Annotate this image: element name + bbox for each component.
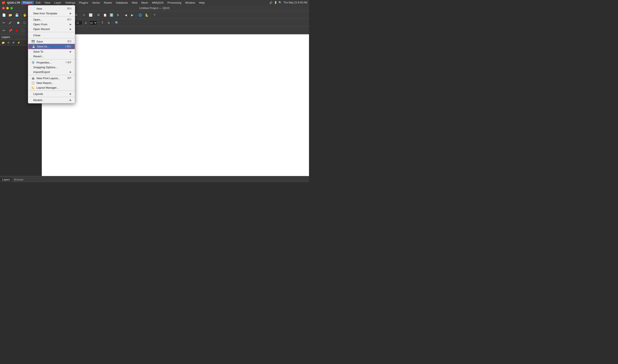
tab-browser[interactable]: Browser	[12, 178, 26, 182]
menu-item-open-from-label: Open From	[33, 23, 47, 26]
menu-project[interactable]: Project	[22, 1, 33, 4]
report-icon: 📋	[32, 81, 35, 84]
menu-sep-3	[28, 38, 75, 39]
menu-item-npl-label: New Print Layout...	[37, 77, 60, 80]
edit-pencil-btn[interactable]: ✏	[1, 20, 7, 26]
menu-item-snapping[interactable]: Snapping Options...	[28, 65, 75, 70]
maximize-button[interactable]	[10, 7, 13, 9]
search-bar-toggle[interactable]: 🔍	[114, 20, 120, 26]
menu-processing[interactable]: Processing	[166, 1, 183, 4]
window-title: Untitled Project — QGIS	[140, 6, 170, 10]
add-layer-btn[interactable]: ➕	[6, 40, 11, 45]
menu-web[interactable]: Web	[130, 1, 139, 4]
menu-item-properties[interactable]: ⚙️ Properties... ⇧⌘P	[28, 60, 75, 65]
toolbar-sep-6	[150, 13, 151, 17]
menu-item-props-shortcut: ⇧⌘P	[65, 61, 71, 64]
datetime: Thu May 23 9:40 AM	[283, 1, 307, 4]
menu-item-new-shortcut: ⌘N	[67, 7, 71, 10]
menu-database[interactable]: Database	[114, 1, 129, 4]
menu-item-import-export-label: Import/Export	[33, 70, 50, 74]
menu-item-import-export[interactable]: Import/Export ▶	[28, 70, 75, 74]
menu-item-open-label: Open...	[33, 18, 42, 21]
identify-btn[interactable]: 🖱	[115, 12, 121, 18]
annotation-btn[interactable]: A	[106, 20, 112, 26]
qgis-help-btn[interactable]: ?	[152, 12, 157, 18]
tile-map-service-btn[interactable]: 🌐	[137, 12, 143, 18]
layers-title: Layers	[2, 36, 10, 39]
info-btn[interactable]: ℹ️	[108, 12, 114, 18]
menu-plugins[interactable]: Plugins	[77, 1, 90, 4]
menu-view[interactable]: View	[43, 1, 52, 4]
menu-item-new-from-template[interactable]: New from Template ▶	[28, 11, 75, 16]
select-feature-btn[interactable]: ↖	[81, 12, 87, 18]
font-size-up-btn[interactable]: ▲	[83, 20, 89, 26]
layer-visibility-btn[interactable]: 👁	[11, 40, 16, 45]
menu-item-open-recent[interactable]: Open Recent ▶	[28, 26, 75, 31]
menu-item-props-label: Properties...	[37, 61, 52, 64]
digi-pencil-btn[interactable]: ✏	[1, 27, 7, 33]
menu-item-revert[interactable]: Revert...	[28, 54, 75, 59]
menu-item-new-report[interactable]: 📋 New Report...	[28, 80, 75, 85]
layouts-arrow-icon: ▶	[70, 92, 71, 95]
open-layer-btn[interactable]: 📂	[1, 40, 6, 45]
menu-item-models[interactable]: Models ▶	[28, 98, 75, 102]
new-project-btn[interactable]: 📄	[1, 12, 7, 18]
menu-item-save-shortcut: ⌘S	[67, 40, 71, 43]
move-vertex-btn[interactable]: ⬡	[22, 20, 28, 26]
apple-menu[interactable]: 🍎	[2, 1, 5, 4]
menu-mesh[interactable]: Mesh	[140, 1, 150, 4]
menu-item-close[interactable]: Close	[28, 33, 75, 38]
menu-item-close-label: Close	[33, 34, 40, 37]
menu-item-save-to[interactable]: Save To ▶	[28, 49, 75, 54]
digitize-btn[interactable]: 🖉	[7, 20, 13, 26]
menu-settings[interactable]: Settings	[64, 1, 77, 4]
minimize-button[interactable]	[6, 7, 9, 9]
menu-item-new[interactable]: 📄 New ⌘N	[28, 6, 75, 11]
label-btn[interactable]: T	[99, 20, 105, 26]
menu-item-layout-manager[interactable]: 📐 Layout Manager...	[28, 85, 75, 90]
save-as-icon: 💾	[32, 45, 35, 48]
menu-vector[interactable]: Vector	[90, 1, 102, 4]
save-to-arrow-icon: ▶	[70, 50, 71, 53]
app-name[interactable]: QGIS-LTR	[7, 1, 20, 4]
digi-pin-btn[interactable]: 📌	[7, 27, 13, 33]
menu-item-snapping-label: Snapping Options...	[33, 66, 58, 69]
zoom-next-btn[interactable]: ▶	[129, 12, 135, 18]
menu-item-layouts-label: Layouts	[33, 92, 43, 95]
menu-sep-1	[28, 16, 75, 16]
menu-sep-7	[28, 97, 75, 97]
print-layout-icon: 🖨️	[32, 77, 35, 80]
filter-layer-btn[interactable]: ⚡	[16, 40, 21, 45]
paste-btn[interactable]: 📋	[102, 12, 108, 18]
menubar-right: 🔊 🔋 🔍 Thu May 23 9:40 AM	[269, 1, 307, 4]
menu-item-new-print-layout[interactable]: 🖨️ New Print Layout... ⌘P	[28, 76, 75, 80]
menu-raster[interactable]: Raster	[102, 1, 114, 4]
menu-item-open-from[interactable]: Open From ▶	[28, 22, 75, 26]
menu-item-save[interactable]: 💾 Save ⌘S	[28, 39, 75, 44]
menu-item-open[interactable]: Open... ⌘O	[28, 17, 75, 22]
menu-item-revert-label: Revert...	[33, 55, 44, 58]
close-button[interactable]	[2, 7, 5, 9]
menu-window[interactable]: Window	[183, 1, 197, 4]
pan-map-btn[interactable]: 🖐	[22, 12, 28, 18]
python-console-btn[interactable]: 🐍	[143, 12, 150, 18]
models-arrow-icon: ▶	[70, 99, 71, 102]
menu-item-layouts[interactable]: Layouts ▶	[28, 91, 75, 96]
menu-help[interactable]: Help	[197, 1, 206, 4]
menu-layer[interactable]: Layer	[52, 1, 63, 4]
map-canvas[interactable]: ⊹	[42, 34, 309, 176]
open-project-btn[interactable]: 📂	[7, 12, 13, 18]
copy-btn[interactable]: ⧉	[95, 12, 102, 18]
menu-edit[interactable]: Edit	[34, 1, 42, 4]
zoom-prev-btn[interactable]: ◀	[123, 12, 129, 18]
menu-item-nft-label: New from Template	[33, 12, 57, 15]
menu-item-save-as[interactable]: 💾 Save As... ⇧⌘S	[28, 44, 75, 49]
digi-record-btn[interactable]: ⏺	[14, 27, 20, 33]
add-vertex-btn[interactable]: ⬟	[15, 20, 21, 26]
unit-dropdown[interactable]: px mm pt	[89, 20, 97, 25]
tab-layers[interactable]: Layers	[0, 178, 12, 182]
save-project-btn[interactable]: 💾	[14, 12, 20, 18]
digi-stop-btn[interactable]: ⬛	[20, 27, 26, 33]
menu-mmqgis[interactable]: MMQGIS	[150, 1, 165, 4]
select-rect-btn[interactable]: ⬜	[88, 12, 94, 18]
